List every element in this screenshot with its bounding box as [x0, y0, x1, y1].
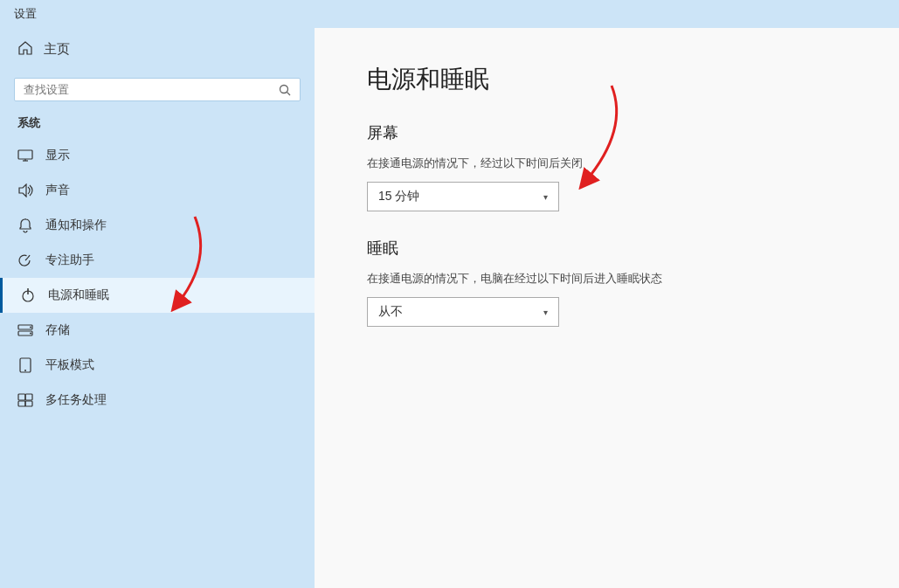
screen-section-desc: 在接通电源的情况下，经过以下时间后关闭	[367, 156, 847, 171]
focus-icon	[17, 252, 33, 268]
power-label: 电源和睡眠	[48, 287, 109, 303]
sleep-section: 睡眠 在接通电源的情况下，电脑在经过以下时间后进入睡眠状态 从不 ▾	[367, 238, 847, 327]
notification-label: 通知和操作	[45, 218, 107, 233]
search-input[interactable]	[24, 83, 272, 96]
tablet-icon	[17, 357, 33, 373]
svg-rect-17	[18, 401, 25, 406]
screen-dropdown-value: 15 分钟	[378, 189, 419, 204]
content-area: 电源和睡眠 屏幕 在接通电源的情况下，经过以下时间后关闭 15 分钟 ▾	[315, 28, 899, 588]
svg-point-0	[280, 85, 288, 93]
display-icon	[17, 148, 33, 163]
storage-icon	[17, 322, 33, 338]
page-title: 电源和睡眠	[367, 63, 847, 96]
screen-section-title: 屏幕	[367, 122, 847, 143]
chevron-down-icon-2: ▾	[543, 308, 548, 317]
tablet-label: 平板模式	[45, 357, 94, 373]
sleep-section-title: 睡眠	[367, 238, 847, 259]
sidebar-item-home[interactable]: 主页	[0, 28, 315, 71]
home-icon	[17, 40, 33, 59]
focus-label: 专注助手	[45, 252, 94, 268]
svg-rect-16	[25, 394, 32, 400]
notification-icon	[17, 218, 33, 233]
sidebar-item-tablet[interactable]: 平板模式	[0, 348, 315, 383]
search-box[interactable]	[14, 78, 301, 101]
power-icon	[20, 287, 36, 303]
svg-rect-15	[18, 394, 25, 400]
sound-label: 声音	[45, 183, 70, 198]
sidebar-item-display[interactable]: 显示	[0, 138, 315, 173]
sound-icon	[17, 183, 33, 198]
screen-dropdown-container: 15 分钟 ▾	[367, 182, 847, 211]
sleep-dropdown-value: 从不	[378, 304, 403, 320]
sidebar-item-power[interactable]: 电源和睡眠	[0, 278, 315, 313]
search-icon	[279, 84, 291, 96]
svg-rect-18	[25, 401, 32, 406]
settings-label: 设置	[14, 6, 37, 22]
svg-rect-2	[18, 150, 32, 159]
sidebar-item-sound[interactable]: 声音	[0, 173, 315, 208]
storage-label: 存储	[45, 322, 70, 338]
svg-line-1	[287, 92, 291, 95]
sidebar: 主页 系统 显示	[0, 28, 315, 588]
sleep-dropdown-container: 从不 ▾	[367, 297, 847, 327]
svg-marker-5	[19, 184, 26, 197]
svg-point-11	[30, 327, 31, 329]
sleep-section-desc: 在接通电源的情况下，电脑在经过以下时间后进入睡眠状态	[367, 271, 847, 287]
sidebar-item-multitask[interactable]: 多任务处理	[0, 383, 315, 418]
sidebar-item-focus[interactable]: 专注助手	[0, 243, 315, 278]
svg-point-12	[30, 333, 31, 335]
sleep-dropdown[interactable]: 从不 ▾	[367, 297, 559, 327]
multitask-label: 多任务处理	[45, 392, 107, 408]
svg-point-14	[24, 370, 26, 371]
screen-dropdown[interactable]: 15 分钟 ▾	[367, 182, 559, 211]
home-label: 主页	[44, 41, 70, 58]
top-bar: 设置	[0, 0, 899, 28]
section-title: 系统	[0, 112, 315, 138]
chevron-down-icon: ▾	[543, 192, 548, 202]
multitask-icon	[17, 392, 33, 408]
sidebar-item-storage[interactable]: 存储	[0, 313, 315, 348]
sidebar-item-notification[interactable]: 通知和操作	[0, 208, 315, 243]
display-label: 显示	[45, 148, 70, 163]
screen-section: 屏幕 在接通电源的情况下，经过以下时间后关闭 15 分钟 ▾	[367, 122, 847, 211]
